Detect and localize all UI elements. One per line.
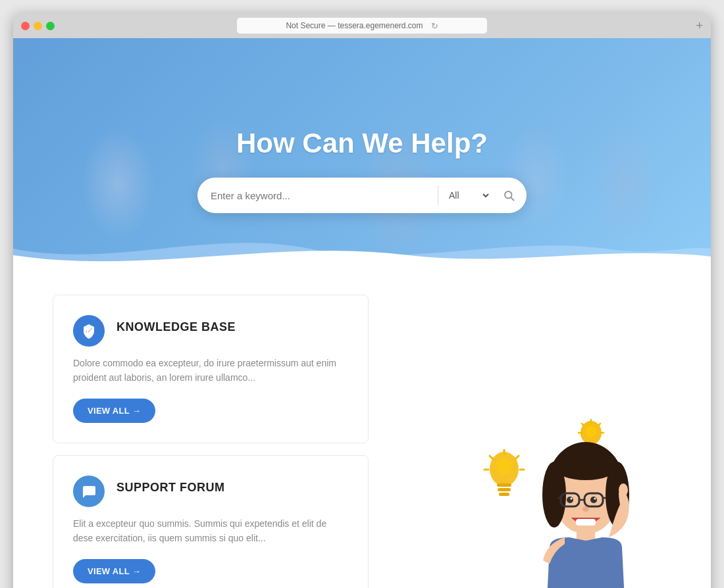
card-header-knowledge: KNOWLEDGE BASE: [73, 315, 348, 347]
support-forum-card: SUPPORT FORUM Elit a excepteur quo summi…: [53, 455, 369, 588]
knowledge-base-text: Dolore commodo ea excepteur, do irure pr…: [73, 356, 348, 385]
new-tab-button[interactable]: +: [696, 19, 703, 33]
svg-rect-19: [499, 493, 509, 496]
search-bar[interactable]: All: [197, 178, 527, 213]
search-category-select[interactable]: All: [438, 189, 491, 201]
knowledge-base-title: KNOWLEDGE BASE: [116, 320, 236, 334]
svg-rect-42: [576, 519, 596, 526]
svg-point-20: [496, 458, 512, 474]
browser-window: Not Secure — tessera.egemenerd.com ↻ +: [13, 13, 711, 588]
support-forum-viewall-button[interactable]: VIEW ALL →: [73, 559, 155, 583]
svg-point-39: [571, 497, 573, 499]
svg-point-41: [582, 506, 589, 512]
support-forum-icon: [73, 476, 105, 507]
website-content: tessera knowledge base HOME BLOG KNOWLED…: [13, 38, 711, 588]
svg-point-5: [90, 489, 92, 491]
knowledge-base-card: KNOWLEDGE BASE Dolore commodo ea excepte…: [53, 295, 369, 443]
hero-title: How Can We Help?: [13, 128, 711, 159]
right-image-column: [395, 295, 671, 588]
svg-rect-18: [498, 488, 511, 491]
maximize-button[interactable]: [46, 22, 55, 30]
close-button[interactable]: [21, 22, 30, 30]
search-input[interactable]: [197, 190, 438, 201]
svg-line-22: [490, 456, 493, 459]
support-forum-title: SUPPORT FORUM: [116, 481, 225, 495]
hero-content: How Can We Help? All: [13, 38, 711, 213]
knowledge-base-viewall-button[interactable]: VIEW ALL →: [73, 399, 155, 423]
url-text: Not Secure — tessera.egemenerd.com: [286, 21, 423, 30]
traffic-lights: [21, 22, 55, 30]
browser-titlebar: Not Secure — tessera.egemenerd.com ↻ +: [13, 13, 711, 38]
url-bar[interactable]: Not Secure — tessera.egemenerd.com ↻: [237, 18, 487, 34]
svg-line-1: [511, 197, 513, 200]
main-content: KNOWLEDGE BASE Dolore commodo ea excepte…: [13, 268, 711, 588]
svg-point-43: [619, 483, 628, 497]
card-header-forum: SUPPORT FORUM: [73, 476, 348, 507]
cards-column: KNOWLEDGE BASE Dolore commodo ea excepte…: [53, 295, 369, 588]
refresh-icon[interactable]: ↻: [431, 21, 438, 31]
svg-point-40: [594, 497, 596, 499]
svg-point-31: [554, 454, 617, 480]
search-button[interactable]: [491, 189, 527, 201]
svg-rect-17: [497, 483, 511, 487]
svg-point-4: [88, 489, 90, 491]
woman-illustration: [513, 422, 658, 588]
svg-point-38: [590, 497, 597, 503]
hero-section: tessera knowledge base HOME BLOG KNOWLED…: [13, 38, 711, 268]
support-forum-text: Elit a excepteur quo summis. Summis qui …: [73, 516, 348, 546]
svg-point-37: [567, 497, 573, 503]
svg-point-2: [90, 329, 91, 331]
hero-wave: [13, 229, 711, 268]
svg-point-3: [86, 489, 88, 491]
minimize-button[interactable]: [34, 22, 42, 30]
knowledge-base-icon: [73, 315, 105, 347]
